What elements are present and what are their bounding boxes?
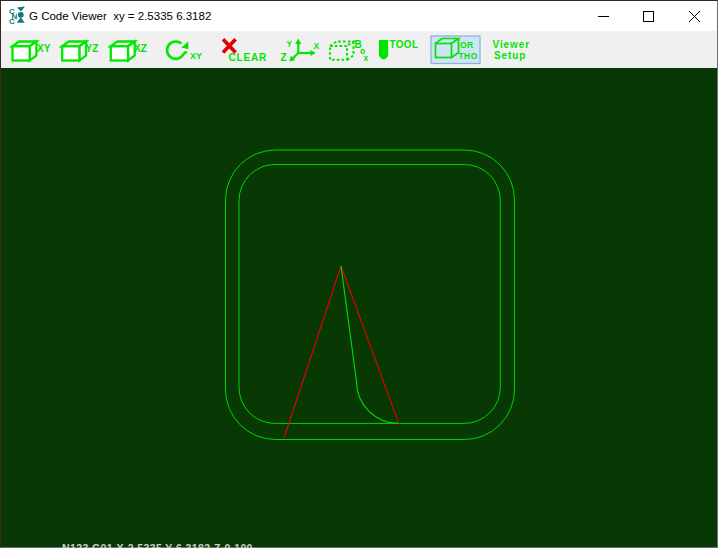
svg-text:XY: XY bbox=[190, 51, 202, 61]
svg-text:Z: Z bbox=[281, 52, 287, 63]
svg-text:TOOL: TOOL bbox=[390, 39, 419, 50]
svg-text:X: X bbox=[314, 41, 320, 51]
svg-text:C: C bbox=[9, 17, 15, 26]
svg-text:XZ: XZ bbox=[134, 43, 147, 54]
svg-text:x: x bbox=[364, 53, 369, 63]
svg-text:Viewer: Viewer bbox=[493, 39, 530, 50]
svg-text:OR: OR bbox=[460, 40, 474, 50]
svg-text:Y: Y bbox=[287, 39, 293, 49]
svg-text:XY: XY bbox=[37, 43, 51, 54]
svg-text:YZ: YZ bbox=[86, 43, 99, 54]
svg-text:Setup: Setup bbox=[494, 50, 526, 61]
svg-text:THO: THO bbox=[459, 51, 478, 61]
